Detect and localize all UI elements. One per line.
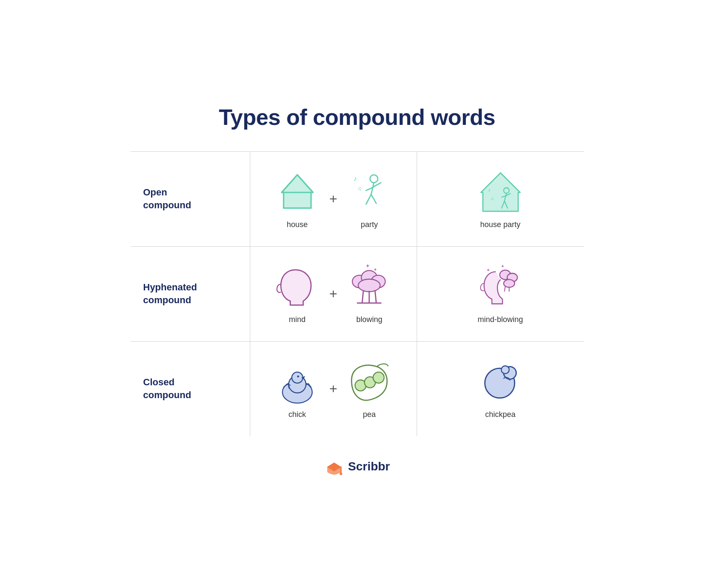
house-party-inner: house + ♪: [274, 169, 393, 229]
svg-marker-10: [481, 173, 520, 211]
mind-icon-block: mind: [274, 264, 321, 324]
pea-label: pea: [363, 410, 376, 419]
house-icon: [274, 169, 321, 216]
compound-words-grid: Opencompound Hyphenatedcompound Closedco…: [130, 151, 584, 436]
cell-house-party-result: ♪ ♫ house party: [417, 152, 584, 247]
house-party-result-label: house party: [480, 220, 520, 229]
plus-2: +: [329, 286, 338, 302]
blowing-icon: + +: [346, 264, 393, 311]
svg-text:♪: ♪: [354, 174, 357, 182]
scribbr-logo-icon: [324, 458, 344, 476]
svg-marker-0: [281, 174, 313, 208]
chickpea-result-label: chickpea: [485, 410, 516, 419]
mind-blowing-combined-icon: + +: [477, 264, 524, 311]
pea-icon-block: pea: [346, 359, 393, 419]
svg-point-38: [292, 372, 303, 383]
open-compound-label: Opencompound: [143, 186, 191, 211]
svg-point-24: [358, 279, 380, 291]
svg-text:♫: ♫: [358, 185, 362, 192]
cell-chick-pea-parts: chick + pea: [250, 342, 417, 436]
label-closed-compound: Closedcompound: [130, 342, 250, 436]
chickpea-combined-icon: [477, 359, 524, 406]
footer: Scribbr: [130, 458, 584, 476]
party-icon-block: ♪ ♫: [346, 169, 393, 229]
svg-point-39: [297, 375, 299, 377]
closed-compound-label: Closedcompound: [143, 376, 191, 401]
house-party-combined-icon: ♪ ♫: [477, 169, 524, 216]
mind-label: mind: [289, 315, 305, 324]
main-container: Types of compound words Opencompound Hyp…: [122, 87, 593, 501]
pea-icon: [346, 359, 393, 406]
svg-point-47: [340, 473, 342, 475]
svg-text:♫: ♫: [491, 196, 494, 201]
cell-mind-blow-parts: mind + + +: [250, 247, 417, 342]
chick-icon: [274, 359, 321, 406]
party-label: party: [361, 220, 378, 229]
cell-house-party-parts: house + ♪: [250, 152, 417, 247]
scribbr-brand-name: Scribbr: [348, 460, 390, 473]
svg-line-5: [374, 183, 381, 186]
svg-point-3: [370, 174, 378, 182]
svg-line-7: [366, 194, 371, 204]
svg-point-33: [504, 279, 515, 287]
cell-chickpea-result: chickpea: [417, 342, 584, 436]
mind-icon: [274, 264, 321, 311]
chick-pea-inner: chick + pea: [274, 359, 393, 419]
scribbr-logo: Scribbr: [324, 458, 390, 476]
house-party-result-icon-block: ♪ ♫ house party: [477, 169, 524, 229]
mind-blow-inner: mind + + +: [274, 264, 393, 324]
plus-3: +: [329, 381, 338, 397]
plus-1: +: [329, 191, 338, 207]
house-icon-block: house: [274, 169, 321, 229]
chickpea-result-icon-block: chickpea: [477, 359, 524, 419]
svg-text:+: +: [501, 264, 504, 269]
svg-text:♪: ♪: [488, 187, 490, 193]
svg-text:+: +: [374, 266, 376, 272]
svg-line-34: [504, 287, 505, 291]
party-person-icon: ♪ ♫: [346, 169, 393, 216]
label-hyphenated-compound: Hyphenatedcompound: [130, 247, 250, 342]
house-label: house: [287, 220, 308, 229]
svg-point-42: [373, 372, 385, 383]
mind-blowing-result-label: mind-blowing: [477, 315, 523, 324]
svg-line-27: [375, 291, 376, 303]
hyphenated-compound-label: Hyphenatedcompound: [143, 281, 197, 306]
mind-blowing-result-icon-block: + + mind-blowing: [477, 264, 524, 324]
blowing-label: blowing: [356, 315, 382, 324]
blowing-icon-block: + + blowing: [346, 264, 393, 324]
svg-line-8: [371, 194, 376, 203]
label-open-compound: Opencompound: [130, 152, 250, 247]
svg-text:+: +: [366, 264, 370, 269]
page-title: Types of compound words: [130, 104, 584, 130]
svg-line-25: [362, 291, 364, 303]
cell-mind-blowing-result: + + mind-blowing: [417, 247, 584, 342]
chick-label: chick: [288, 410, 306, 419]
svg-point-45: [501, 366, 509, 373]
svg-text:+: +: [486, 267, 489, 272]
chick-icon-block: chick: [274, 359, 321, 419]
